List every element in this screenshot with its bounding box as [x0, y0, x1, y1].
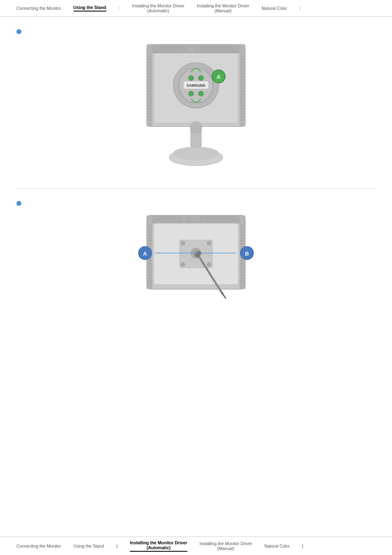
svg-point-184: [207, 241, 211, 245]
nav-top-sep1: |: [119, 6, 120, 11]
section-2: A B: [16, 201, 376, 343]
nav-bottom-natural-color[interactable]: Natural Color: [264, 543, 290, 548]
monitor-image-1: SAMSUNG A: [130, 40, 262, 172]
svg-text:A: A: [217, 74, 221, 80]
nav-bottom-sep2: |: [302, 543, 303, 548]
monitor-image-1-container: SAMSUNG A: [16, 40, 376, 172]
nav-top-connecting[interactable]: Connecting the Monitor: [16, 6, 61, 11]
svg-point-92: [189, 91, 194, 96]
svg-text:SAMSUNG: SAMSUNG: [187, 83, 205, 88]
svg-point-99: [173, 147, 219, 159]
nav-top-using-stand[interactable]: Using the Stand: [74, 5, 106, 12]
monitor-image-2-container: A B: [16, 212, 376, 327]
svg-rect-101: [147, 215, 245, 223]
svg-text:B: B: [245, 251, 249, 257]
svg-point-186: [207, 263, 211, 267]
svg-point-185: [181, 263, 185, 267]
nav-bottom-installing-manual[interactable]: Installing the Monitor Driver(Manual): [200, 541, 252, 551]
nav-bottom-connecting[interactable]: Connecting the Monitor: [16, 543, 61, 548]
top-nav-bar: Connecting the Monitor Using the Stand |…: [0, 0, 392, 17]
svg-line-195: [222, 292, 226, 298]
nav-bottom-using-stand[interactable]: Using the Stand: [74, 543, 104, 548]
monitor-image-2: A B: [134, 212, 258, 327]
svg-point-93: [198, 91, 203, 96]
bottom-nav-bar: Connecting the Monitor Using the Stand |…: [0, 537, 392, 555]
nav-bottom-sep1: |: [116, 543, 118, 548]
svg-point-97: [190, 122, 202, 133]
main-content: SAMSUNG A: [0, 17, 392, 364]
section-2-bullet: [16, 201, 21, 206]
svg-point-91: [198, 76, 203, 81]
nav-top-natural-color[interactable]: Natural Color: [262, 6, 287, 11]
section-1: SAMSUNG A: [16, 29, 376, 189]
section-1-bullet: [16, 29, 21, 34]
nav-bottom-installing-auto[interactable]: Installing the Monitor Driver(Automatic): [130, 540, 187, 552]
nav-top-sep2: |: [300, 6, 301, 11]
svg-text:A: A: [143, 251, 147, 257]
nav-top-installing-manual[interactable]: Installing the Monitor Driver(Manual): [197, 3, 249, 13]
svg-point-90: [189, 76, 194, 81]
svg-point-183: [181, 241, 185, 245]
nav-top-installing-auto[interactable]: Installing the Monitor Driver(Automatic): [132, 3, 184, 13]
